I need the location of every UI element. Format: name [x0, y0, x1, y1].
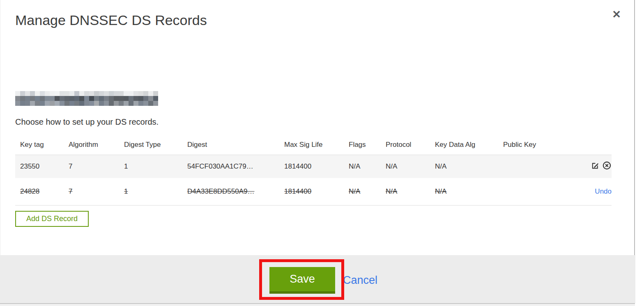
table-header-row: Key tag Algorithm Digest Type Digest Max… — [15, 135, 612, 155]
redacted-domain-name — [15, 91, 158, 106]
edit-icon[interactable] — [591, 161, 600, 172]
col-key-data-alg: Key Data Alg — [435, 135, 503, 155]
ds-records-table: Key tag Algorithm Digest Type Digest Max… — [15, 135, 612, 206]
close-icon[interactable]: ✕ — [612, 9, 621, 20]
page-bottom-edge — [0, 303, 635, 306]
cell-flags: N/A — [349, 178, 386, 205]
cell-protocol: N/A — [386, 155, 435, 178]
row-actions: Undo — [557, 178, 612, 205]
cell-public-key — [503, 178, 557, 205]
col-max-sig-life: Max Sig Life — [284, 135, 349, 155]
cell-digest-type: 1 — [124, 155, 187, 178]
col-key-tag: Key tag — [15, 135, 69, 155]
save-button[interactable]: Save — [269, 267, 335, 294]
col-public-key: Public Key — [503, 135, 557, 155]
cell-key-data-alg: N/A — [435, 178, 503, 205]
table-row: 23550 7 1 54FCF030AA1C79… 1814400 N/A N/… — [15, 155, 612, 178]
col-digest-type: Digest Type — [124, 135, 187, 155]
page-title: Manage DNSSEC DS Records — [15, 12, 207, 28]
cell-key-tag: 23550 — [15, 155, 69, 178]
dnssec-dialog: Manage DNSSEC DS Records ✕ Choose how to… — [0, 0, 635, 303]
add-ds-record-button[interactable]: Add DS Record — [15, 211, 89, 227]
cell-key-tag: 24828 — [15, 178, 69, 205]
col-protocol: Protocol — [386, 135, 435, 155]
col-digest: Digest — [187, 135, 284, 155]
cell-public-key — [503, 155, 557, 178]
cell-digest-type: 1 — [124, 178, 187, 205]
col-algorithm: Algorithm — [69, 135, 124, 155]
subtitle-text: Choose how to set up your DS records. — [15, 117, 159, 127]
cell-protocol: N/A — [386, 178, 435, 205]
table-row-deleted: 24828 7 1 D4A33E8DD550A9… 1814400 N/A N/… — [15, 178, 612, 205]
undo-link[interactable]: Undo — [595, 187, 612, 195]
cell-algorithm: 7 — [69, 155, 124, 178]
cell-flags: N/A — [349, 155, 386, 178]
row-actions — [557, 155, 612, 178]
cell-max-sig-life: 1814400 — [284, 155, 349, 178]
col-flags: Flags — [349, 135, 386, 155]
col-actions — [557, 135, 612, 155]
cell-digest: 54FCF030AA1C79… — [187, 155, 284, 178]
cancel-link[interactable]: Cancel — [343, 274, 377, 287]
cell-max-sig-life: 1814400 — [284, 178, 349, 205]
cell-algorithm: 7 — [69, 178, 124, 205]
cell-digest: D4A33E8DD550A9… — [187, 178, 284, 205]
cell-key-data-alg: N/A — [435, 155, 503, 178]
delete-icon[interactable] — [602, 161, 612, 172]
